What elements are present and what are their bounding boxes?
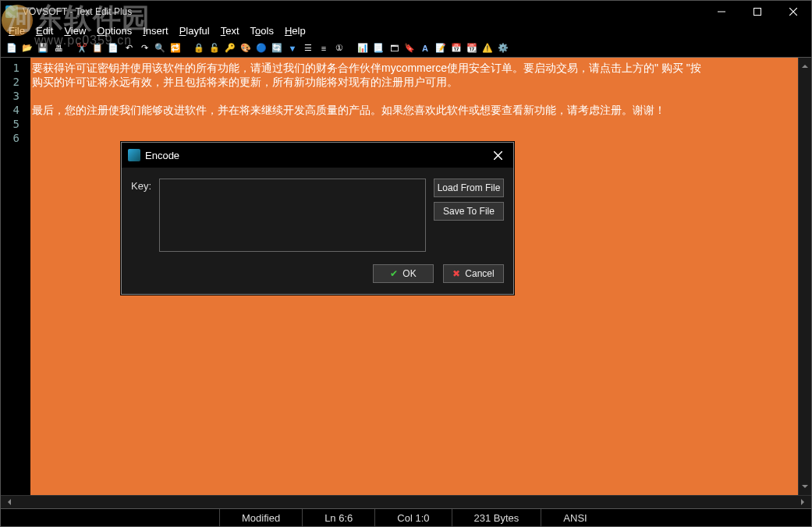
copy-icon[interactable]: 📋 xyxy=(91,42,104,55)
menu-view[interactable]: View xyxy=(59,25,90,37)
unlock-icon[interactable]: 🔓 xyxy=(208,42,221,55)
doc-icon[interactable]: 📃 xyxy=(372,42,385,55)
horizontal-scrollbar[interactable] xyxy=(1,495,811,508)
key-label: Key: xyxy=(131,179,151,252)
line-number: 1 xyxy=(1,61,30,75)
refresh-icon[interactable]: 🔄 xyxy=(271,42,283,55)
undo-icon[interactable]: ↶ xyxy=(122,42,135,55)
paste-icon[interactable]: 📄 xyxy=(107,42,119,55)
line-gutter: 1 2 3 4 5 6 xyxy=(1,58,30,508)
filter-icon[interactable]: ▼ xyxy=(286,42,299,55)
status-line: Ln 6:6 xyxy=(302,509,374,526)
stats-icon[interactable]: 📊 xyxy=(356,42,369,55)
x-icon: ✖ xyxy=(452,268,460,279)
line-number: 5 xyxy=(1,117,30,131)
dialog-titlebar[interactable]: Encode xyxy=(122,143,513,168)
window-icon[interactable]: 🗔 xyxy=(388,42,400,55)
line-number: 3 xyxy=(1,89,30,103)
cut-icon[interactable]: ✂️ xyxy=(76,42,88,55)
save-to-file-button[interactable]: Save To File xyxy=(434,202,504,221)
check-icon: ✔ xyxy=(390,268,398,279)
warning-icon[interactable]: ⚠️ xyxy=(481,42,494,55)
dialog-body: Key: Load From File Save To File xyxy=(122,168,513,260)
new-file-icon[interactable]: 📄 xyxy=(5,42,18,55)
dialog-side-buttons: Load From File Save To File xyxy=(434,179,504,252)
close-button[interactable] xyxy=(775,1,811,22)
menu-options[interactable]: Options xyxy=(92,25,137,37)
save-icon[interactable]: 💾 xyxy=(37,42,49,55)
date-icon[interactable]: 📆 xyxy=(466,42,478,55)
menu-insert[interactable]: Insert xyxy=(138,25,173,37)
statusbar: Modified Ln 6:6 Col 1:0 231 Bytes ANSI xyxy=(0,508,812,527)
line-number: 2 xyxy=(1,75,30,89)
menu-playful[interactable]: Playful xyxy=(175,25,215,37)
dialog-close-button[interactable] xyxy=(482,143,513,168)
numbers-icon[interactable]: ① xyxy=(333,42,346,55)
window-controls xyxy=(704,1,811,22)
key-input[interactable] xyxy=(159,179,426,252)
menu-text[interactable]: Text xyxy=(216,25,244,37)
encode-dialog: Encode Key: Load From File Save To File … xyxy=(121,142,514,295)
sep xyxy=(68,42,73,55)
sort-icon[interactable]: ☰ xyxy=(302,42,314,55)
vertical-scrollbar[interactable] xyxy=(798,58,811,495)
dialog-footer: ✔ OK ✖ Cancel xyxy=(122,260,513,294)
status-bytes: 231 Bytes xyxy=(452,509,541,526)
ok-label: OK xyxy=(402,268,416,279)
window-title: VOVSOFT - Text Edit Plus xyxy=(23,6,704,17)
cancel-button[interactable]: ✖ Cancel xyxy=(443,264,504,283)
dialog-icon xyxy=(128,149,140,161)
menu-help[interactable]: Help xyxy=(280,25,310,37)
rgb-icon[interactable]: 🔵 xyxy=(255,42,268,55)
color-icon[interactable]: 🎨 xyxy=(239,42,252,55)
dialog-title: Encode xyxy=(145,150,482,161)
list-icon[interactable]: ≡ xyxy=(317,42,330,55)
status-modified: Modified xyxy=(219,509,302,526)
menu-tools[interactable]: Tools xyxy=(246,25,278,37)
bookmark-icon[interactable]: 🔖 xyxy=(403,42,416,55)
status-col: Col 1:0 xyxy=(374,509,451,526)
key-icon[interactable]: 🔑 xyxy=(224,42,236,55)
line-number: 4 xyxy=(1,103,30,117)
status-encoding: ANSI xyxy=(541,509,608,526)
toolbar: 📄 📂 💾 🖶 ✂️ 📋 📄 ↶ ↷ 🔍 🔁 🔒 🔓 🔑 🎨 🔵 🔄 ▼ ☰ ≡… xyxy=(0,39,812,58)
open-file-icon[interactable]: 📂 xyxy=(21,42,34,55)
menu-file[interactable]: FFileile xyxy=(4,25,30,37)
menubar: FFileile Edit View Options Insert Playfu… xyxy=(0,22,812,39)
find-icon[interactable]: 🔍 xyxy=(154,42,166,55)
ok-button[interactable]: ✔ OK xyxy=(373,264,434,283)
minimize-button[interactable] xyxy=(704,1,739,22)
font-icon[interactable]: A xyxy=(419,42,431,55)
settings-icon[interactable]: ⚙️ xyxy=(497,42,509,55)
cancel-label: Cancel xyxy=(465,268,494,279)
calendar-icon[interactable]: 📅 xyxy=(450,42,463,55)
redo-icon[interactable]: ↷ xyxy=(138,42,151,55)
line-number: 6 xyxy=(1,131,30,145)
replace-icon[interactable]: 🔁 xyxy=(169,42,182,55)
app-icon xyxy=(5,5,18,18)
maximize-button[interactable] xyxy=(739,1,775,22)
format-icon[interactable]: 📝 xyxy=(434,42,447,55)
load-from-file-button[interactable]: Load From File xyxy=(434,179,504,197)
titlebar: VOVSOFT - Text Edit Plus xyxy=(0,0,812,22)
sep3 xyxy=(349,42,353,55)
lock-icon[interactable]: 🔒 xyxy=(193,42,205,55)
sep2 xyxy=(185,42,190,55)
svg-rect-1 xyxy=(754,8,761,15)
print-icon[interactable]: 🖶 xyxy=(52,42,65,55)
menu-edit[interactable]: Edit xyxy=(31,25,58,37)
